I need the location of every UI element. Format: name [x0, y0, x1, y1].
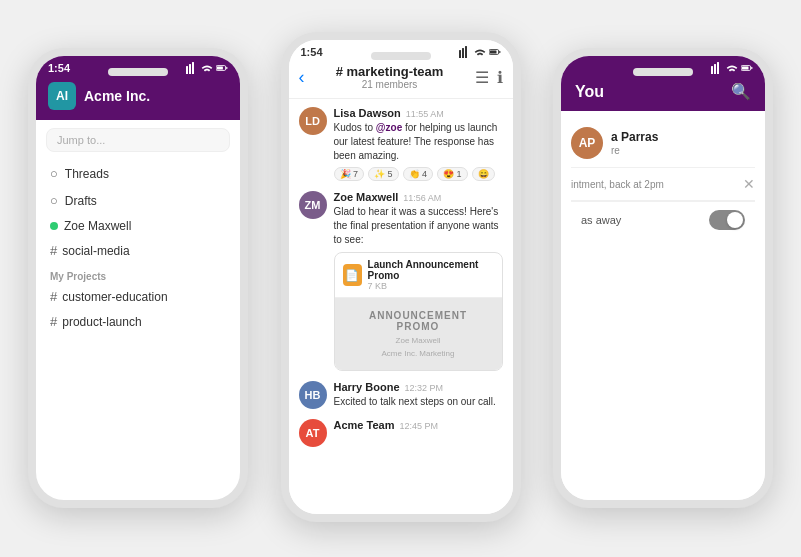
- msg-time-acme: 12:45 PM: [399, 421, 438, 431]
- avatar-lisa: LD: [299, 107, 327, 135]
- preview-title: ANNOUNCEMENT PROMO: [347, 310, 490, 332]
- svg-rect-16: [742, 67, 749, 70]
- message-row: LD Lisa Dawson 11:55 AM Kudos to @zoe fo…: [299, 107, 503, 181]
- header-actions: ☰ ℹ: [475, 68, 503, 87]
- status-toggle-row: as away: [571, 201, 755, 238]
- left-header-title: Acme Inc.: [84, 88, 150, 104]
- svg-rect-7: [462, 48, 464, 58]
- avatar-zoe: ZM: [299, 191, 327, 219]
- avatar-harry: HB: [299, 381, 327, 409]
- status-label: as away: [581, 214, 621, 226]
- member-count: 21 members: [336, 79, 444, 90]
- search-icon-right[interactable]: 🔍: [731, 82, 751, 101]
- msg-name-harry: Harry Boone: [334, 381, 400, 393]
- search-bar[interactable]: Jump to...: [46, 128, 230, 152]
- dm-info-parras: a Parras re: [611, 130, 755, 156]
- preview-sub1: Zoe Maxwell: [347, 336, 490, 345]
- back-button[interactable]: ‹: [299, 67, 305, 88]
- attachment-preview: ANNOUNCEMENT PROMO Zoe Maxwell Acme Inc.…: [335, 298, 502, 370]
- info-icon[interactable]: ℹ: [497, 68, 503, 87]
- svg-rect-0: [186, 66, 188, 74]
- reaction-3[interactable]: 👏 4: [403, 167, 434, 181]
- messages-list: LD Lisa Dawson 11:55 AM Kudos to @zoe fo…: [289, 99, 513, 514]
- nav-items: ○ Threads ○ Drafts: [36, 160, 240, 214]
- msg-text-harry: Excited to talk next steps on our call.: [334, 395, 503, 409]
- right-status-bar: [561, 56, 765, 76]
- project-customer-education[interactable]: # customer-education: [36, 284, 240, 309]
- msg-header-lisa: Lisa Dawson 11:55 AM: [334, 107, 503, 119]
- svg-rect-8: [465, 46, 467, 58]
- msg-name-acme: Acme Team: [334, 419, 395, 431]
- left-phone: 1:54 AI Acme Inc. Jump to... ○ Threads ○: [28, 48, 248, 508]
- center-time: 1:54: [301, 46, 323, 58]
- msg-header-harry: Harry Boone 12:32 PM: [334, 381, 503, 393]
- svg-rect-14: [717, 62, 719, 74]
- away-toggle[interactable]: [709, 210, 745, 230]
- reaction-4[interactable]: 😍 1: [437, 167, 468, 181]
- msg-name-zoe: Zoe Maxwell: [334, 191, 399, 203]
- center-status-icons: [459, 46, 501, 58]
- project-name-1: customer-education: [62, 290, 167, 304]
- svg-rect-4: [217, 67, 223, 70]
- svg-rect-11: [499, 51, 500, 53]
- dm-list: AP a Parras re intment, back at 2pm ✕ as…: [561, 111, 765, 500]
- notification-item[interactable]: intment, back at 2pm ✕: [571, 168, 755, 201]
- channel-name: social-media: [62, 244, 129, 258]
- channel-header-center: # marketing-team 21 members: [336, 64, 444, 90]
- threads-label: Threads: [65, 167, 109, 181]
- drafts-icon: ○: [50, 193, 58, 208]
- project-product-launch[interactable]: # product-launch: [36, 309, 240, 334]
- message-row-acme: AT Acme Team 12:45 PM: [299, 419, 503, 447]
- center-status-bar: 1:54: [289, 40, 513, 60]
- message-body-acme: Acme Team 12:45 PM: [334, 419, 503, 431]
- svg-rect-17: [751, 67, 752, 69]
- project-hash-icon-1: #: [50, 289, 57, 304]
- dm-avatar-parras: AP: [571, 127, 603, 159]
- drafts-nav[interactable]: ○ Drafts: [46, 187, 230, 214]
- svg-rect-13: [714, 64, 716, 74]
- message-body-harry: Harry Boone 12:32 PM Excited to talk nex…: [334, 381, 503, 409]
- left-status-bar: 1:54: [36, 56, 240, 76]
- channel-social-media[interactable]: # social-media: [36, 238, 240, 263]
- attachment-card[interactable]: 📄 Launch Announcement Promo 7 KB ANNOUNC…: [334, 252, 503, 371]
- acme-icon: AI: [48, 82, 76, 110]
- drafts-label: Drafts: [65, 194, 97, 208]
- avatar-acme: AT: [299, 419, 327, 447]
- file-size: 7 KB: [368, 281, 494, 291]
- dm-item-parras[interactable]: AP a Parras re: [571, 119, 755, 168]
- msg-header-zoe: Zoe Maxwell 11:56 AM: [334, 191, 503, 203]
- user-name: Zoe Maxwell: [64, 219, 131, 233]
- svg-rect-6: [459, 50, 461, 58]
- close-icon[interactable]: ✕: [743, 176, 755, 192]
- svg-rect-5: [226, 67, 227, 69]
- reaction-2[interactable]: ✨ 5: [368, 167, 399, 181]
- svg-rect-2: [192, 62, 194, 74]
- project-hash-icon-2: #: [50, 314, 57, 329]
- channel-name-header: # marketing-team: [336, 64, 444, 79]
- left-header: AI Acme Inc.: [36, 76, 240, 120]
- file-info: Launch Announcement Promo 7 KB: [368, 259, 494, 291]
- filter-icon[interactable]: ☰: [475, 68, 489, 87]
- reaction-5[interactable]: 😄: [472, 167, 495, 181]
- message-row-zoe: ZM Zoe Maxwell 11:56 AM Glad to hear it …: [299, 191, 503, 371]
- center-phone: 1:54 ‹ # marketing-team 21 members ☰ ℹ L…: [281, 32, 521, 522]
- channel-hash-icon: #: [50, 243, 57, 258]
- right-header-title: You: [575, 83, 604, 101]
- reactions-lisa: 🎉 7 ✨ 5 👏 4 😍 1 😄: [334, 167, 503, 181]
- attachment-header: 📄 Launch Announcement Promo 7 KB: [335, 253, 502, 298]
- right-status-icons: [711, 62, 753, 74]
- toggle-knob: [727, 212, 743, 228]
- msg-time-harry: 12:32 PM: [405, 383, 444, 393]
- section-label: My Projects: [36, 263, 240, 284]
- threads-nav[interactable]: ○ Threads: [46, 160, 230, 187]
- file-name: Launch Announcement Promo: [368, 259, 494, 281]
- left-time: 1:54: [48, 62, 70, 74]
- channel-header: ‹ # marketing-team 21 members ☰ ℹ: [289, 60, 513, 99]
- msg-text-lisa: Kudos to @zoe for helping us launch our …: [334, 121, 503, 163]
- reaction-1[interactable]: 🎉 7: [334, 167, 365, 181]
- user-item[interactable]: Zoe Maxwell: [36, 214, 240, 238]
- online-dot: [50, 222, 58, 230]
- mention-zoe: @zoe: [376, 122, 402, 133]
- dm-name-parras: a Parras: [611, 130, 755, 144]
- project-name-2: product-launch: [62, 315, 141, 329]
